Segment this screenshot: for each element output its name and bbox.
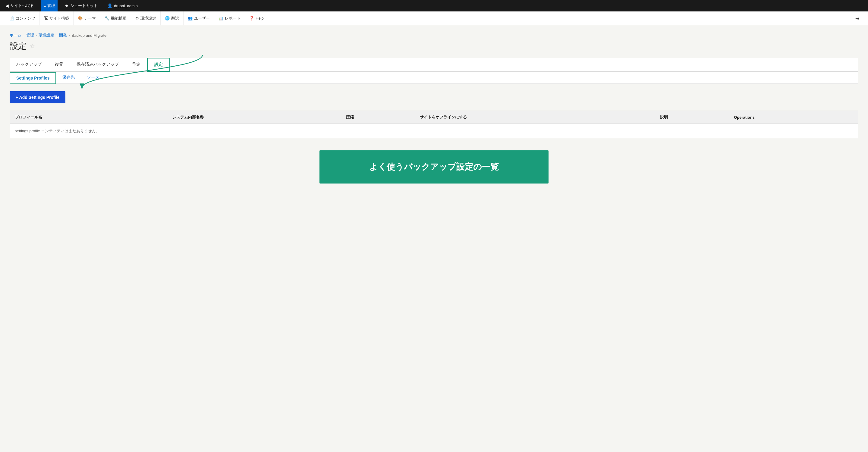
info-banner: よく使うバックアップ設定の一覧 <box>319 150 549 184</box>
theme-icon: 🎨 <box>78 16 83 21</box>
breadcrumb-sep-4: › <box>69 33 70 37</box>
nav-right-controls: ⇥ <box>851 11 863 25</box>
breadcrumb-sep-1: › <box>23 33 24 37</box>
breadcrumb-manage[interactable]: 管理 <box>26 33 34 38</box>
col-operations: Operations <box>729 111 858 124</box>
nav-extend[interactable]: 🔧 機能拡張 <box>100 11 131 25</box>
breadcrumb-current: Backup and Migrate <box>72 33 107 38</box>
col-machine-name: システム内部名称 <box>167 111 341 124</box>
nav-help[interactable]: ❓ Help <box>245 11 268 25</box>
secondary-nav: 📄 コンテンツ 🏗 サイト構築 🎨 テーマ 🔧 機能拡張 ⚙ 環境設定 🌐 翻訳… <box>0 11 868 25</box>
back-icon: ◀ <box>5 3 9 8</box>
sidebar-toggle-icon[interactable]: ⇥ <box>855 16 859 21</box>
breadcrumb-sep-3: › <box>56 33 57 37</box>
settings-profiles-table: プロフィール名 システム内部名称 圧縮 サイトをオフラインにする 説明 Oper… <box>10 110 858 138</box>
config-icon: ⚙ <box>135 16 139 21</box>
page-title-area: 設定 ☆ <box>10 40 858 52</box>
nav-structure[interactable]: 🏗 サイト構築 <box>40 11 73 25</box>
back-to-site[interactable]: ◀ サイトへ戻る <box>3 0 36 11</box>
admin-bar: ◀ サイトへ戻る ≡ 管理 ★ ショートカット 👤 drupal_admin <box>0 0 868 11</box>
manage-menu[interactable]: ≡ 管理 <box>41 0 58 11</box>
col-profile-name: プロフィール名 <box>10 111 167 124</box>
shortcuts-menu[interactable]: ★ ショートカット <box>62 0 100 11</box>
favorite-star[interactable]: ☆ <box>30 42 35 50</box>
help-icon: ❓ <box>249 16 254 21</box>
nav-translate[interactable]: 🌐 翻訳 <box>161 11 184 25</box>
nav-theme[interactable]: 🎨 テーマ <box>73 11 100 25</box>
tab-settings-profiles[interactable]: Settings Profiles <box>10 72 56 84</box>
table-empty-row: settings profile エンティティはまだありません。 <box>10 124 858 138</box>
menu-icon: ≡ <box>43 3 46 8</box>
breadcrumb: ホーム › 管理 › 環境設定 › 開発 › Backup and Migrat… <box>10 33 858 38</box>
nav-users[interactable]: 👥 ユーザー <box>184 11 214 25</box>
tab-backup[interactable]: バックアップ <box>10 58 48 72</box>
main-content: ホーム › 管理 › 環境設定 › 開発 › Backup and Migrat… <box>0 25 868 452</box>
breadcrumb-home[interactable]: ホーム <box>10 33 22 38</box>
user-menu[interactable]: 👤 drupal_admin <box>105 0 140 11</box>
tab-schedule[interactable]: 予定 <box>125 58 147 72</box>
nav-reports[interactable]: 📊 レポート <box>214 11 245 25</box>
tab-restore[interactable]: 復元 <box>48 58 70 72</box>
nav-config[interactable]: ⚙ 環境設定 <box>131 11 161 25</box>
nav-content[interactable]: 📄 コンテンツ <box>5 11 40 25</box>
user-icon: 👤 <box>107 3 113 8</box>
col-compression: 圧縮 <box>341 111 415 124</box>
add-settings-profile-button[interactable]: + Add Settings Profile <box>10 91 65 103</box>
col-offline: サイトをオフラインにする <box>415 111 655 124</box>
extend-icon: 🔧 <box>104 16 110 21</box>
breadcrumb-config[interactable]: 環境設定 <box>38 33 54 38</box>
star-icon: ★ <box>65 3 69 8</box>
table-header-row: プロフィール名 システム内部名称 圧縮 サイトをオフラインにする 説明 Oper… <box>10 111 858 124</box>
primary-tabs: バックアップ 復元 保存済みバックアップ 予定 設定 <box>10 58 858 72</box>
tab-saved-backups[interactable]: 保存済みバックアップ <box>70 58 125 72</box>
tab-destination[interactable]: 保存先 <box>56 72 81 84</box>
structure-icon: 🏗 <box>44 16 48 21</box>
empty-message: settings profile エンティティはまだありません。 <box>10 124 858 138</box>
breadcrumb-dev[interactable]: 開発 <box>59 33 67 38</box>
reports-icon: 📊 <box>218 16 223 21</box>
col-description: 説明 <box>655 111 730 124</box>
tab-source[interactable]: ソース <box>81 72 105 84</box>
users-icon: 👥 <box>188 16 193 21</box>
content-icon: 📄 <box>9 16 14 21</box>
breadcrumb-sep-2: › <box>36 33 37 37</box>
banner-section: よく使うバックアップ設定の一覧 <box>10 150 858 184</box>
secondary-tabs: Settings Profiles 保存先 ソース <box>10 72 858 84</box>
tabs-annotation-wrapper: バックアップ 復元 保存済みバックアップ 予定 設定 <box>10 58 858 72</box>
tab-settings[interactable]: 設定 <box>147 58 170 72</box>
translate-icon: 🌐 <box>165 16 170 21</box>
page-title: 設定 <box>10 40 27 52</box>
